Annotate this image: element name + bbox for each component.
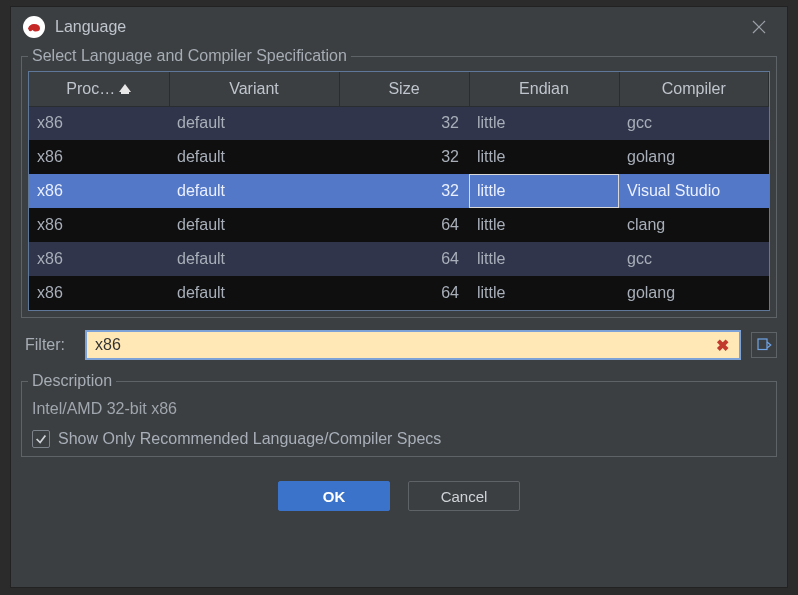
cell-variant: default	[169, 208, 339, 242]
table-row[interactable]: x86default32littlegolang	[29, 140, 769, 174]
sort-asc-icon	[119, 84, 131, 94]
spec-table[interactable]: Proc… Variant Size Endian Compiler x86de…	[28, 71, 770, 311]
close-button[interactable]	[743, 11, 775, 43]
column-header-variant-label: Variant	[229, 80, 279, 97]
window-title: Language	[55, 18, 126, 36]
filter-input[interactable]	[95, 336, 712, 354]
table-row[interactable]: x86default64littlegcc	[29, 242, 769, 276]
cell-processor: x86	[29, 106, 169, 140]
cell-endian: little	[469, 106, 619, 140]
cell-processor: x86	[29, 276, 169, 310]
cell-processor: x86	[29, 174, 169, 208]
cell-variant: default	[169, 276, 339, 310]
filter-row: Filter: ✖	[21, 328, 777, 362]
column-header-variant[interactable]: Variant	[169, 72, 339, 106]
cell-processor: x86	[29, 208, 169, 242]
cell-processor: x86	[29, 242, 169, 276]
cell-endian: little	[469, 174, 619, 208]
cell-endian: little	[469, 208, 619, 242]
cell-endian: little	[469, 242, 619, 276]
ok-button[interactable]: OK	[278, 481, 390, 511]
description-text: Intel/AMD 32-bit x86	[28, 396, 770, 424]
cell-variant: default	[169, 174, 339, 208]
titlebar: Language	[11, 7, 787, 47]
table-row[interactable]: x86default64littleclang	[29, 208, 769, 242]
cell-compiler: gcc	[619, 106, 769, 140]
table-row[interactable]: x86default64littlegolang	[29, 276, 769, 310]
cell-size: 32	[339, 106, 469, 140]
language-dialog: Language Select Language and Compiler Sp…	[10, 6, 788, 588]
table-row[interactable]: x86default32littleVisual Studio	[29, 174, 769, 208]
recommended-checkbox[interactable]: Show Only Recommended Language/Compiler …	[28, 424, 770, 450]
column-header-size[interactable]: Size	[339, 72, 469, 106]
cell-size: 32	[339, 140, 469, 174]
clear-filter-icon[interactable]: ✖	[712, 336, 733, 355]
description-legend: Description	[28, 372, 116, 390]
filter-label: Filter:	[25, 336, 75, 354]
column-header-processor-label: Proc…	[66, 80, 115, 98]
column-header-compiler[interactable]: Compiler	[619, 72, 769, 106]
cancel-button[interactable]: Cancel	[408, 481, 520, 511]
cell-variant: default	[169, 106, 339, 140]
cell-compiler: Visual Studio	[619, 174, 769, 208]
cell-endian: little	[469, 276, 619, 310]
button-bar: OK Cancel	[21, 467, 777, 515]
cell-variant: default	[169, 140, 339, 174]
cell-compiler: golang	[619, 140, 769, 174]
language-spec-legend: Select Language and Compiler Specificati…	[28, 47, 351, 65]
column-header-size-label: Size	[388, 80, 419, 97]
table-row[interactable]: x86default32littlegcc	[29, 106, 769, 140]
cell-size: 64	[339, 242, 469, 276]
cell-endian: little	[469, 140, 619, 174]
filter-input-wrap: ✖	[85, 330, 741, 360]
cell-compiler: golang	[619, 276, 769, 310]
language-spec-group: Select Language and Compiler Specificati…	[21, 47, 777, 318]
filter-options-button[interactable]	[751, 332, 777, 358]
column-header-endian-label: Endian	[519, 80, 569, 97]
checkbox-icon	[32, 430, 50, 448]
cell-compiler: gcc	[619, 242, 769, 276]
description-group: Description Intel/AMD 32-bit x86 Show On…	[21, 372, 777, 457]
svg-rect-2	[758, 339, 767, 350]
app-icon	[23, 16, 45, 38]
recommended-label: Show Only Recommended Language/Compiler …	[58, 430, 441, 448]
cell-size: 64	[339, 208, 469, 242]
cell-compiler: clang	[619, 208, 769, 242]
cell-size: 64	[339, 276, 469, 310]
cell-variant: default	[169, 242, 339, 276]
cell-processor: x86	[29, 140, 169, 174]
column-header-endian[interactable]: Endian	[469, 72, 619, 106]
cell-size: 32	[339, 174, 469, 208]
column-header-processor[interactable]: Proc…	[29, 72, 169, 106]
column-header-compiler-label: Compiler	[662, 80, 726, 97]
